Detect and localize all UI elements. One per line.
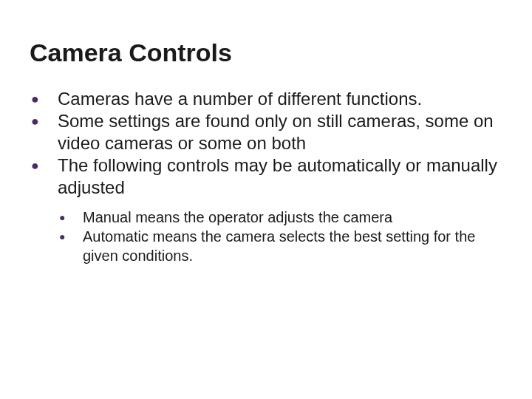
list-item: ● Manual means the operator adjusts the … — [58, 208, 502, 227]
list-item: ● Cameras have a number of different fun… — [30, 88, 502, 110]
bullet-icon: ● — [30, 154, 58, 177]
list-item-text: Cameras have a number of different funct… — [58, 88, 502, 110]
list-item: ● Some settings are found only on still … — [30, 110, 502, 154]
list-item: ● The following controls may be automati… — [30, 154, 502, 199]
sub-bullet-list: ● Manual means the operator adjusts the … — [30, 208, 502, 265]
bullet-icon: ● — [30, 88, 58, 110]
slide-title: Camera Controls — [30, 38, 502, 67]
bullet-icon: ● — [58, 208, 83, 227]
list-item-text: Automatic means the camera selects the b… — [83, 227, 502, 265]
list-item-text: The following controls may be automatica… — [58, 154, 502, 199]
list-item-text: Some settings are found only on still ca… — [58, 110, 502, 154]
list-item: ● Automatic means the camera selects the… — [58, 227, 502, 265]
main-bullet-list: ● Cameras have a number of different fun… — [30, 88, 502, 199]
bullet-icon: ● — [58, 227, 83, 246]
list-item-text: Manual means the operator adjusts the ca… — [83, 208, 502, 227]
bullet-icon: ● — [30, 110, 58, 132]
